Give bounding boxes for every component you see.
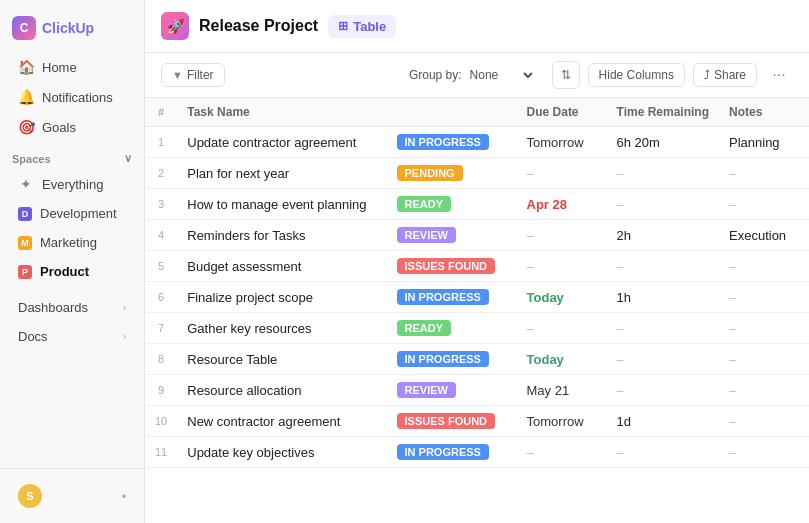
task-name[interactable]: Finalize project scope <box>177 282 386 313</box>
product-dot: P <box>18 265 32 279</box>
task-name[interactable]: How to manage event planning <box>177 189 386 220</box>
task-name[interactable]: Update key objectives <box>177 437 386 468</box>
table-icon: ⊞ <box>338 19 348 33</box>
row-num: 11 <box>145 437 177 468</box>
time-remaining-value: 1d <box>617 414 631 429</box>
status-badge: PENDING <box>397 165 463 181</box>
due-date-value: May 21 <box>527 383 570 398</box>
notes-cell: – <box>719 158 809 189</box>
time-remaining-cell: – <box>607 158 719 189</box>
table-row[interactable]: 9 Resource allocation REVIEW May 21 – – <box>145 375 809 406</box>
time-remaining-cell: – <box>607 251 719 282</box>
task-name[interactable]: New contractor agreement <box>177 406 386 437</box>
table-row[interactable]: 3 How to manage event planning READY Apr… <box>145 189 809 220</box>
task-name[interactable]: Update contractor agreement <box>177 127 386 158</box>
time-remaining-cell: – <box>607 189 719 220</box>
table-row[interactable]: 11 Update key objectives IN PROGRESS – –… <box>145 437 809 468</box>
time-remaining-cell: – <box>607 375 719 406</box>
notes-cell: – <box>719 189 809 220</box>
notes-cell: – <box>719 437 809 468</box>
table-row[interactable]: 2 Plan for next year PENDING – – – <box>145 158 809 189</box>
sidebar: C ClickUp 🏠 Home 🔔 Notifications 🎯 Goals… <box>0 0 145 523</box>
sidebar-item-goals[interactable]: 🎯 Goals <box>6 113 138 141</box>
due-date-cell: Tomorrow <box>517 127 607 158</box>
status-cell: REVIEW <box>387 375 517 406</box>
sidebar-item-product[interactable]: P Product <box>6 258 138 285</box>
sidebar-item-everything[interactable]: ✦ Everything <box>6 170 138 198</box>
table-row[interactable]: 8 Resource Table IN PROGRESS Today – – <box>145 344 809 375</box>
table-tab[interactable]: ⊞ Table <box>328 15 396 38</box>
logo-icon: C <box>12 16 36 40</box>
sidebar-bottom: S • <box>0 468 144 515</box>
row-num: 4 <box>145 220 177 251</box>
status-badge: READY <box>397 196 452 212</box>
status-cell: READY <box>387 189 517 220</box>
notes-value: Planning <box>729 135 780 150</box>
row-num: 2 <box>145 158 177 189</box>
table-row[interactable]: 1 Update contractor agreement IN PROGRES… <box>145 127 809 158</box>
row-num: 5 <box>145 251 177 282</box>
task-name[interactable]: Resource Table <box>177 344 386 375</box>
hide-columns-button[interactable]: Hide Columns <box>588 63 685 87</box>
sidebar-item-label: Everything <box>42 177 103 192</box>
more-options-button[interactable]: ··· <box>765 61 793 89</box>
table-body: 1 Update contractor agreement IN PROGRES… <box>145 127 809 468</box>
time-remaining-value: 2h <box>617 228 631 243</box>
sidebar-item-dashboards[interactable]: Dashboards › <box>6 294 138 321</box>
tab-label: Table <box>353 19 386 34</box>
due-date-value: Today <box>527 290 564 305</box>
due-date-cell: Today <box>517 282 607 313</box>
user-dot-menu: • <box>121 489 126 504</box>
share-button[interactable]: ⤴ Share <box>693 63 757 87</box>
row-num: 1 <box>145 127 177 158</box>
status-cell: IN PROGRESS <box>387 127 517 158</box>
task-name[interactable]: Plan for next year <box>177 158 386 189</box>
status-badge: ISSUES FOUND <box>397 413 496 429</box>
due-date-cell: – <box>517 437 607 468</box>
bell-icon: 🔔 <box>18 89 34 105</box>
status-badge: READY <box>397 320 452 336</box>
user-profile[interactable]: S • <box>6 478 138 514</box>
sidebar-item-docs[interactable]: Docs › <box>6 323 138 350</box>
task-table-container: # Task Name Due Date Time Remaining Note… <box>145 98 809 523</box>
due-date-value: Today <box>527 352 564 367</box>
due-date-cell: Apr 28 <box>517 189 607 220</box>
dashboards-chevron-icon: › <box>123 302 126 313</box>
table-row[interactable]: 10 New contractor agreement ISSUES FOUND… <box>145 406 809 437</box>
table-row[interactable]: 6 Finalize project scope IN PROGRESS Tod… <box>145 282 809 313</box>
status-badge: IN PROGRESS <box>397 289 489 305</box>
spaces-section: Spaces ∨ <box>0 142 144 169</box>
sort-button[interactable]: ⇅ <box>552 61 580 89</box>
app-logo[interactable]: C ClickUp <box>0 8 144 52</box>
sidebar-item-notifications[interactable]: 🔔 Notifications <box>6 83 138 111</box>
status-badge: IN PROGRESS <box>397 134 489 150</box>
sidebar-item-label: Development <box>40 206 117 221</box>
status-badge: IN PROGRESS <box>397 351 489 367</box>
status-cell: IN PROGRESS <box>387 344 517 375</box>
sidebar-item-home[interactable]: 🏠 Home <box>6 53 138 81</box>
project-title: Release Project <box>199 17 318 35</box>
sidebar-item-development[interactable]: D Development <box>6 200 138 227</box>
col-task-name: Task Name <box>177 98 386 127</box>
task-name[interactable]: Resource allocation <box>177 375 386 406</box>
due-date-cell: – <box>517 158 607 189</box>
table-row[interactable]: 7 Gather key resources READY – – – <box>145 313 809 344</box>
main-content: 🚀 Release Project ⊞ Table ▼ Filter Group… <box>145 0 809 523</box>
time-remaining-cell: 1d <box>607 406 719 437</box>
time-remaining-value: 6h 20m <box>617 135 660 150</box>
task-name[interactable]: Budget assessment <box>177 251 386 282</box>
group-by-select[interactable]: None Status Assignee <box>466 67 536 83</box>
table-row[interactable]: 4 Reminders for Tasks REVIEW – 2h Execut… <box>145 220 809 251</box>
due-date-cell: – <box>517 313 607 344</box>
filter-icon: ▼ <box>172 69 183 81</box>
due-date-cell: – <box>517 251 607 282</box>
col-notes: Notes <box>719 98 809 127</box>
filter-button[interactable]: ▼ Filter <box>161 63 225 87</box>
spaces-chevron-icon[interactable]: ∨ <box>124 152 132 165</box>
sidebar-item-marketing[interactable]: M Marketing <box>6 229 138 256</box>
row-num: 6 <box>145 282 177 313</box>
task-name[interactable]: Reminders for Tasks <box>177 220 386 251</box>
table-row[interactable]: 5 Budget assessment ISSUES FOUND – – – <box>145 251 809 282</box>
notes-cell: Execution <box>719 220 809 251</box>
task-name[interactable]: Gather key resources <box>177 313 386 344</box>
